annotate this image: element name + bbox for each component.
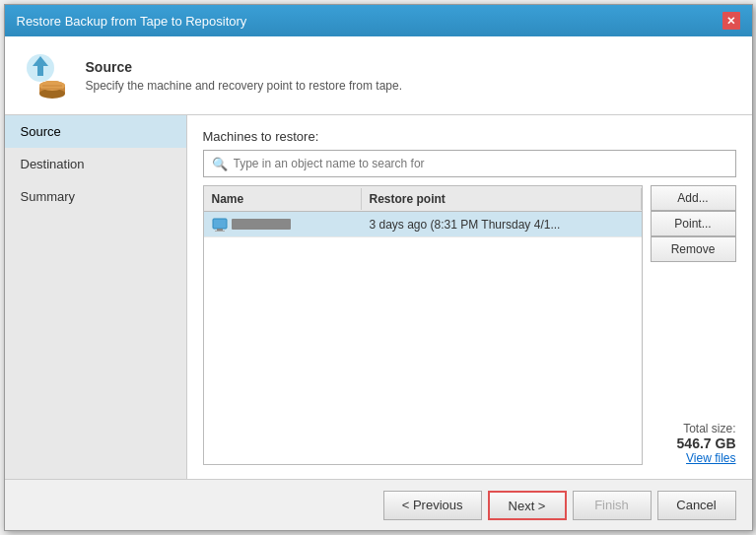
- title-bar: Restore Backup from Tape to Repository ✕: [5, 5, 752, 36]
- content-area: Source Destination Summary Machines to r…: [5, 115, 752, 479]
- dialog-title: Restore Backup from Tape to Repository: [17, 14, 247, 29]
- table-area: Name Restore point: [203, 185, 643, 465]
- search-icon: 🔍: [212, 157, 228, 171]
- add-button[interactable]: Add...: [651, 185, 736, 211]
- search-box: 🔍: [203, 150, 736, 177]
- restore-icon: [21, 50, 72, 101]
- footer: < Previous Next > Finish Cancel: [5, 479, 752, 530]
- right-panel: Add... Point... Remove Total size: 546.7…: [643, 185, 736, 465]
- total-size-label: Total size:: [651, 422, 736, 435]
- machine-icon: [212, 217, 228, 233]
- remove-button[interactable]: Remove: [651, 236, 736, 262]
- table-and-buttons: Name Restore point: [203, 185, 736, 465]
- dialog: Restore Backup from Tape to Repository ✕: [4, 4, 753, 531]
- header-icon: [21, 50, 72, 101]
- sidebar-item-destination[interactable]: Destination: [5, 148, 186, 180]
- total-size-area: Total size: 546.7 GB View files: [651, 414, 736, 465]
- main-panel: Machines to restore: 🔍 Name Restore poin…: [187, 115, 752, 479]
- svg-rect-8: [213, 219, 227, 229]
- close-button[interactable]: ✕: [722, 12, 740, 30]
- svg-rect-10: [215, 231, 225, 232]
- header-title: Source: [86, 59, 403, 75]
- table-wrapper: Name Restore point: [203, 185, 643, 465]
- view-files-link[interactable]: View files: [651, 451, 736, 465]
- sidebar-item-source[interactable]: Source: [5, 115, 186, 148]
- search-input[interactable]: [234, 157, 727, 170]
- header-area: Source Specify the machine and recovery …: [5, 36, 752, 115]
- col-header-name: Name: [204, 188, 362, 210]
- point-button[interactable]: Point...: [651, 211, 736, 236]
- next-button[interactable]: Next >: [488, 491, 567, 520]
- finish-button[interactable]: Finish: [573, 491, 652, 520]
- cell-name: [204, 214, 362, 235]
- total-size-value: 546.7 GB: [651, 435, 736, 451]
- cell-restore-point: 3 days ago (8:31 PM Thursday 4/1...: [362, 215, 642, 234]
- previous-button[interactable]: < Previous: [383, 491, 482, 520]
- table-body: 3 days ago (8:31 PM Thursday 4/1...: [204, 212, 642, 464]
- table-header: Name Restore point: [204, 186, 642, 212]
- sidebar-item-summary[interactable]: Summary: [5, 180, 186, 213]
- cancel-button[interactable]: Cancel: [657, 491, 736, 520]
- svg-rect-9: [217, 229, 223, 231]
- sidebar: Source Destination Summary: [5, 115, 187, 479]
- machines-label: Machines to restore:: [203, 129, 736, 144]
- table-row[interactable]: 3 days ago (8:31 PM Thursday 4/1...: [204, 212, 642, 237]
- col-header-restore: Restore point: [362, 188, 642, 210]
- header-description: Specify the machine and recovery point t…: [86, 79, 403, 93]
- header-text: Source Specify the machine and recovery …: [86, 59, 403, 93]
- machine-name-blurred: [232, 219, 291, 230]
